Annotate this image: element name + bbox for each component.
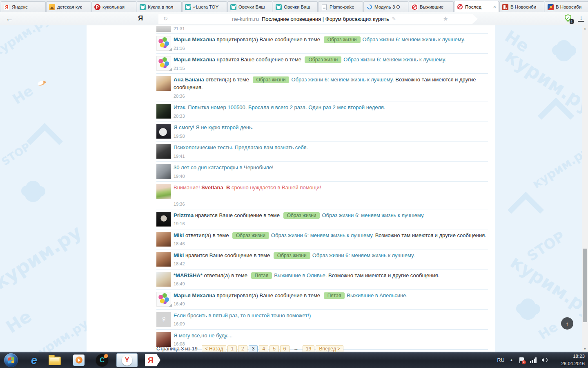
notification-content: *MARISHA* ответил(а) в теме ПятаяВыживши… — [174, 272, 488, 287]
user-avatar[interactable] — [156, 124, 171, 139]
user-avatar[interactable] — [156, 26, 171, 32]
address-bar[interactable]: ↻ ne-kurim.ru Последние оповещения | Фор… — [158, 14, 478, 24]
browser-tab[interactable]: Модуль 3 О — [363, 1, 408, 12]
scroll-up-arrow[interactable]: ▲ — [582, 25, 588, 31]
system-care-icon[interactable] — [96, 354, 108, 366]
internet-explorer-icon[interactable] — [31, 354, 37, 366]
sheep-favicon — [140, 4, 146, 10]
scrollbar-thumb[interactable] — [583, 249, 587, 322]
topic-link[interactable]: Образ жизни 6: меняем жизнь к лучшему. — [363, 36, 465, 43]
action-center-flag-icon[interactable] — [519, 357, 525, 364]
username-link[interactable]: Miki — [174, 252, 184, 258]
browser-tab[interactable]: кукольная — [91, 1, 136, 12]
topic-link[interactable]: Образ жизни 6: меняем жизнь к лучшему. — [312, 252, 415, 258]
user-avatar[interactable]: ♀ — [156, 312, 171, 327]
network-signal-icon[interactable] — [530, 357, 537, 363]
file-explorer-icon[interactable] — [49, 355, 61, 366]
user-avatar[interactable] — [156, 272, 171, 287]
pagination-page-button[interactable]: 5 — [270, 345, 279, 352]
topic-badge[interactable]: Образ жизни — [283, 212, 320, 219]
user-avatar[interactable] — [156, 56, 171, 71]
language-indicator[interactable]: RU — [497, 357, 505, 363]
username-link[interactable]: Марья Михална — [174, 56, 215, 63]
topic-link[interactable]: Образ жизни 6: меняем жизнь к лучшему. — [271, 232, 374, 238]
pagination-page-button[interactable]: 4 — [259, 345, 268, 352]
download-icon[interactable]: ↓ — [578, 14, 584, 22]
back-button[interactable]: ← — [4, 13, 15, 24]
pagination-page-button[interactable]: 2 — [238, 345, 247, 352]
topic-badge[interactable]: Пятая — [251, 272, 272, 279]
pagination-page-button[interactable]: 3 — [249, 345, 258, 352]
browser-tab[interactable]: В Новосиби — [499, 1, 544, 12]
pagination-page-button[interactable]: 1 — [227, 345, 237, 352]
topic-link[interactable]: Выжившие в Апельсине. — [347, 292, 408, 298]
topic-badge[interactable]: Образ жизни — [232, 232, 269, 239]
taskbar-clock[interactable]: 18:23 28.04.2016 — [556, 353, 585, 367]
topic-link[interactable]: Я смогу! Я не курю второй день. — [174, 124, 253, 130]
browser-tab[interactable]: Яндекс — [1, 1, 46, 12]
user-avatar[interactable] — [156, 212, 171, 227]
pagination-next-button[interactable]: Вперёд > — [316, 345, 343, 352]
username-link[interactable]: *MARISHA* — [174, 272, 203, 278]
topic-link[interactable]: Если бросить в пятый раз, то в шестой то… — [174, 312, 311, 319]
yandex-search-icon[interactable] — [145, 354, 160, 366]
browser-tab[interactable]: Pismo-pake — [318, 1, 363, 12]
username-link[interactable]: Марья Михална — [174, 292, 215, 298]
volume-icon[interactable] — [542, 357, 549, 363]
media-player-icon[interactable] — [73, 355, 85, 366]
browser-tab[interactable]: Выжившие — [409, 1, 454, 12]
topic-link[interactable]: Образ жизни 6: меняем жизнь к лучшему. — [291, 76, 394, 83]
username-link[interactable]: Марья Михална — [174, 36, 215, 43]
topic-link[interactable]: Психологические тесты. Предлагаю вам поз… — [174, 144, 308, 150]
username-link[interactable]: Miki — [174, 232, 184, 238]
user-avatar[interactable] — [156, 164, 171, 179]
browser-tab[interactable]: Кукла в пол — [137, 1, 182, 12]
notification-content: Я могу всё,но не буду....16:08 — [174, 332, 488, 347]
bookmark-star-icon[interactable]: ★ — [443, 15, 448, 22]
browser-tab-active[interactable]: Послед× — [454, 1, 499, 12]
topic-link[interactable]: Я могу всё,но не буду.... — [174, 332, 233, 339]
watermark-text: Не — [9, 82, 36, 108]
user-avatar[interactable] — [156, 232, 171, 247]
topic-badge[interactable]: Образ жизни — [274, 252, 310, 259]
browser-tab[interactable]: Овечки Бяш — [273, 1, 318, 12]
watermark-text: STOP — [0, 140, 33, 168]
user-avatar[interactable] — [156, 184, 171, 199]
browser-tab[interactable]: детская кук — [46, 1, 91, 12]
pagination-page-button[interactable]: 6 — [280, 345, 290, 352]
pagination-last-page-button[interactable]: 19 — [303, 345, 314, 352]
user-avatar[interactable] — [156, 144, 171, 159]
pagination-prev-button[interactable]: < Назад — [202, 345, 227, 352]
security-shield-icon[interactable]: ✓ 1 — [565, 14, 572, 23]
topic-link[interactable]: 30 лет со дня катастрофы в Чернобыле! — [174, 164, 274, 171]
browser-tab[interactable]: «Luera TOY — [182, 1, 227, 12]
topic-link[interactable]: Образ жизни 6: меняем жизнь к лучшему. — [343, 56, 446, 63]
timestamp: 18:46 — [174, 241, 488, 246]
topic-badge[interactable]: Образ жизни — [305, 56, 341, 63]
topic-badge[interactable]: Образ жизни — [253, 76, 290, 83]
topic-link[interactable]: Образ жизни 6: меняем жизнь к лучшему. — [322, 212, 424, 218]
topic-badge[interactable]: Пятая — [324, 292, 345, 299]
topic-link[interactable]: Выжившие в Оливье. — [274, 272, 327, 278]
scroll-down-arrow[interactable]: ▼ — [582, 346, 588, 352]
yandex-browser-taskbar-button[interactable] — [116, 353, 138, 367]
browser-tab[interactable]: В Новосиби — [545, 1, 588, 12]
hidden-icons-arrow[interactable]: ▲ — [510, 358, 513, 362]
edit-url-icon[interactable]: ✎ — [392, 16, 396, 22]
username-link[interactable]: Ана Банана — [174, 76, 204, 83]
user-avatar[interactable] — [156, 292, 171, 307]
user-avatar[interactable] — [156, 36, 171, 51]
user-avatar[interactable] — [156, 332, 171, 347]
topic-link[interactable]: Итак. Попытка номер 100500. Бросала я вс… — [174, 104, 385, 110]
back-to-top-button[interactable]: ↑ — [561, 317, 573, 330]
topic-badge[interactable]: Образ жизни — [324, 36, 361, 43]
start-button[interactable] — [4, 353, 18, 367]
alert-username-link[interactable]: Svetlana_B — [201, 184, 230, 191]
username-link[interactable]: Prizzma — [174, 212, 194, 218]
tab-close-icon[interactable]: × — [493, 4, 496, 10]
user-avatar[interactable] — [156, 252, 171, 267]
scrollbar[interactable]: ▲ ▼ — [582, 25, 588, 352]
user-avatar[interactable] — [156, 76, 171, 91]
browser-tab[interactable]: Овечки Бяш — [227, 1, 272, 12]
user-avatar[interactable] — [156, 104, 171, 119]
